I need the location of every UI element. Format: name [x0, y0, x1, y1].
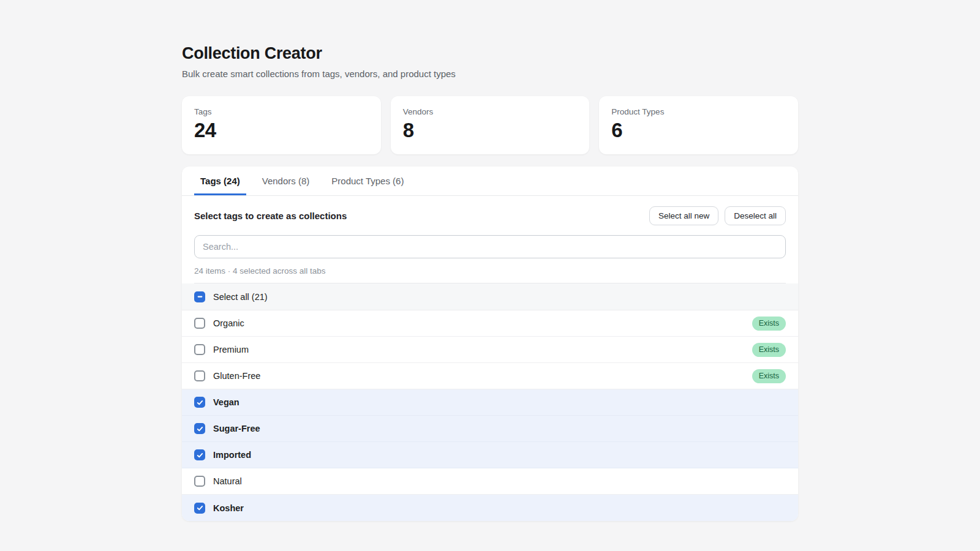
tab-bar: Tags (24) Vendors (8) Product Types (6) — [182, 167, 798, 196]
deselect-all-button[interactable]: Deselect all — [725, 206, 786, 225]
tag-row[interactable]: Premium Exists — [182, 337, 798, 363]
tag-label: Gluten-Free — [213, 371, 260, 381]
tag-checkbox[interactable] — [194, 344, 205, 355]
stat-label: Tags — [194, 107, 369, 116]
tag-label: Sugar-Free — [213, 424, 260, 433]
tag-label: Kosher — [213, 503, 244, 513]
exists-badge: Exists — [752, 343, 786, 357]
checkmark-icon — [196, 425, 204, 433]
checkmark-icon — [196, 451, 204, 459]
tag-label: Vegan — [213, 397, 239, 407]
toolbar: Select tags to create as collections Sel… — [194, 206, 786, 225]
tag-row[interactable]: Organic Exists — [182, 310, 798, 337]
exists-badge: Exists — [752, 369, 786, 383]
stat-value: 6 — [611, 119, 786, 142]
tag-checkbox[interactable] — [194, 503, 205, 514]
tag-row[interactable]: Gluten-Free Exists — [182, 363, 798, 389]
stat-label: Vendors — [403, 107, 578, 116]
stat-card-tags: Tags 24 — [182, 96, 381, 154]
tag-row[interactable]: Imported — [182, 442, 798, 468]
tag-checkbox[interactable] — [194, 449, 205, 460]
stat-label: Product Types — [611, 107, 786, 116]
select-all-new-button[interactable]: Select all new — [649, 206, 718, 225]
page-subtitle: Bulk create smart collections from tags,… — [182, 69, 798, 79]
summary-text: 24 items · 4 selected across all tabs — [194, 266, 786, 276]
stat-card-vendors: Vendors 8 — [391, 96, 590, 154]
select-all-row[interactable]: Select all (21) — [182, 283, 798, 310]
stats-row: Tags 24 Vendors 8 Product Types 6 — [182, 96, 798, 154]
tag-list: Select all (21) Organic Exists Premium E… — [182, 283, 798, 521]
tag-row[interactable]: Kosher — [182, 495, 798, 521]
tab-product-types[interactable]: Product Types (6) — [325, 167, 410, 195]
collections-panel: Tags (24) Vendors (8) Product Types (6) … — [182, 167, 798, 521]
page-title: Collection Creator — [182, 44, 798, 63]
tag-label: Organic — [213, 318, 244, 328]
page-container: Collection Creator Bulk create smart col… — [182, 0, 798, 551]
tag-row[interactable]: Sugar-Free — [182, 416, 798, 442]
checkmark-icon — [196, 399, 204, 407]
tag-label: Imported — [213, 450, 251, 460]
tag-label: Natural — [213, 476, 242, 486]
tag-checkbox[interactable] — [194, 397, 205, 408]
tag-row[interactable]: Vegan — [182, 389, 798, 416]
checkmark-icon — [196, 504, 204, 512]
panel-section: Select tags to create as collections Sel… — [182, 196, 798, 283]
indeterminate-dash-icon — [196, 293, 204, 301]
stat-card-product-types: Product Types 6 — [599, 96, 798, 154]
search-input[interactable] — [194, 235, 786, 258]
toolbar-actions: Select all new Deselect all — [649, 206, 786, 225]
stat-value: 24 — [194, 119, 369, 142]
stat-value: 8 — [403, 119, 578, 142]
tab-tags[interactable]: Tags (24) — [194, 167, 246, 195]
tag-checkbox[interactable] — [194, 318, 205, 329]
tag-label: Premium — [213, 345, 249, 354]
tag-row[interactable]: Natural — [182, 468, 798, 495]
exists-badge: Exists — [752, 317, 786, 331]
tab-vendors[interactable]: Vendors (8) — [256, 167, 316, 195]
tag-checkbox[interactable] — [194, 423, 205, 434]
select-all-label: Select all (21) — [213, 292, 268, 302]
tag-checkbox[interactable] — [194, 476, 205, 487]
select-all-checkbox[interactable] — [194, 291, 205, 302]
tag-checkbox[interactable] — [194, 370, 205, 381]
toolbar-heading: Select tags to create as collections — [194, 211, 347, 221]
